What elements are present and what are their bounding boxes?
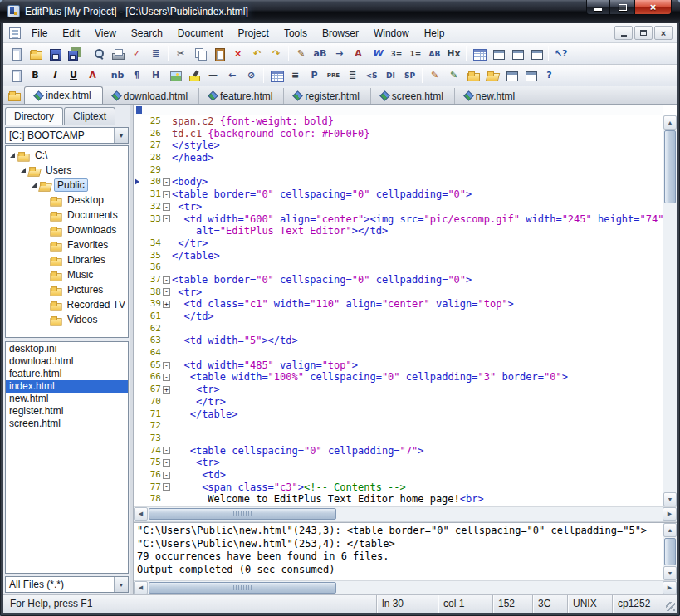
drive-combobox[interactable]: [C:] BOOTCAMP: [5, 127, 129, 144]
print-preview-button[interactable]: [89, 45, 108, 63]
strikethrough-tag-button[interactable]: <S: [362, 66, 381, 85]
fold-toggle-icon[interactable]: -: [161, 359, 172, 372]
menu-search[interactable]: Search: [124, 24, 170, 42]
underline-button[interactable]: U: [64, 66, 83, 85]
tab-download-html[interactable]: download.html: [103, 88, 199, 104]
edit-cliptext-button[interactable]: ✎: [425, 66, 444, 85]
file-item-download-html[interactable]: download.html: [6, 355, 128, 368]
print-button[interactable]: [108, 45, 127, 63]
highlight-button[interactable]: [184, 66, 203, 85]
special-character-button[interactable]: ⊘: [242, 66, 261, 85]
word-wrap-button[interactable]: W: [368, 45, 387, 63]
sidebar-tab-directory[interactable]: Directory: [5, 107, 63, 125]
show-ruler-button[interactable]: 1≡: [406, 45, 425, 63]
resize-grip[interactable]: [663, 595, 677, 613]
mdi-close-button[interactable]: ×: [654, 26, 673, 40]
save-button[interactable]: [45, 45, 64, 63]
undo-button[interactable]: ↶: [247, 45, 267, 63]
mdi-restore-button[interactable]: [634, 26, 653, 40]
tree-item-music[interactable]: Music: [6, 267, 128, 282]
tree-item-libraries[interactable]: Libraries: [6, 252, 128, 267]
tree-item-downloads[interactable]: Downloads: [6, 222, 128, 237]
code-editor[interactable]: 25span.c2 {font-weight: bold}26td.c1 {ba…: [134, 115, 663, 506]
non-breaking-space-button[interactable]: nb: [108, 66, 127, 85]
file-item-index-html[interactable]: index.html: [6, 380, 128, 393]
tab-new-html[interactable]: new.html: [455, 88, 526, 104]
chevron-down-icon[interactable]: [114, 577, 128, 592]
document-system-icon[interactable]: [9, 27, 21, 39]
tree-item-favorites[interactable]: Favorites: [6, 237, 128, 252]
expanded-arrow-icon[interactable]: [18, 168, 27, 173]
scroll-up-button[interactable]: [663, 115, 677, 130]
fold-toggle-icon[interactable]: -: [161, 371, 172, 384]
file-item-new-html[interactable]: new.html: [6, 393, 128, 405]
save-all-button[interactable]: [64, 45, 83, 63]
tab-register-html[interactable]: register.html: [284, 88, 370, 104]
tile-windows-button[interactable]: [521, 66, 540, 85]
horizontal-rule-button[interactable]: —: [203, 66, 223, 85]
cut-button[interactable]: ✂: [171, 45, 190, 63]
context-help-button[interactable]: ↖?: [551, 45, 570, 63]
close-button[interactable]: ×: [634, 0, 672, 15]
tree-item-desktop[interactable]: Desktop: [6, 193, 128, 208]
scroll-left-button[interactable]: [134, 581, 148, 594]
tab-feature-html[interactable]: feature.html: [199, 88, 284, 104]
copy-button[interactable]: [190, 45, 209, 63]
file-filter-combobox[interactable]: All Files (*.*): [5, 576, 129, 593]
fold-toggle-icon[interactable]: -: [161, 188, 172, 201]
view-in-browser-button[interactable]: [7, 66, 26, 85]
expanded-arrow-icon[interactable]: [7, 153, 17, 158]
font-button[interactable]: A: [349, 45, 368, 63]
tab-screen-html[interactable]: screen.html: [371, 88, 455, 104]
open-cliptext-button[interactable]: [463, 66, 482, 85]
split-window-button[interactable]: [501, 66, 521, 85]
scroll-thumb[interactable]: [149, 508, 336, 520]
chevron-down-icon[interactable]: [114, 128, 128, 143]
show-html-toolbar-button[interactable]: [469, 45, 488, 63]
fold-toggle-icon[interactable]: -: [161, 213, 172, 226]
sync-directory-button[interactable]: [482, 66, 501, 85]
sidebar-tab-cliptext[interactable]: Cliptext: [64, 107, 115, 125]
tree-item-pictures[interactable]: Pictures: [6, 282, 128, 297]
menu-help[interactable]: Help: [417, 24, 453, 42]
scroll-thumb[interactable]: [149, 582, 336, 594]
tree-item-c[interactable]: C:\: [6, 148, 128, 163]
output-window[interactable]: "C:\Users\Public\new.html"(243,3): <tabl…: [134, 522, 677, 580]
font-color-button[interactable]: A: [83, 66, 102, 85]
menu-edit[interactable]: Edit: [55, 24, 87, 42]
open-file-button[interactable]: [26, 45, 45, 63]
editor-horizontal-scrollbar[interactable]: [134, 506, 677, 521]
show-line-numbers-button[interactable]: 3≡: [387, 45, 406, 63]
fold-toggle-icon[interactable]: -: [161, 201, 172, 213]
align-center-button[interactable]: ≡: [286, 66, 305, 85]
insert-image-button[interactable]: [165, 66, 184, 85]
menu-window[interactable]: Window: [366, 24, 417, 42]
output-horizontal-scrollbar[interactable]: [134, 580, 677, 594]
scroll-right-button[interactable]: [663, 507, 677, 521]
file-item-register-html[interactable]: register.html: [6, 405, 128, 418]
full-screen-button[interactable]: [526, 45, 545, 63]
mdi-minimize-button[interactable]: [614, 26, 633, 40]
scroll-track[interactable]: [663, 130, 677, 492]
fold-toggle-icon[interactable]: -: [161, 274, 172, 286]
indent-button[interactable]: →: [330, 45, 349, 63]
fold-toggle-icon[interactable]: +: [161, 298, 172, 310]
insert-table-button[interactable]: [267, 66, 286, 85]
output-vertical-scrollbar[interactable]: [663, 523, 677, 580]
editor-vertical-scrollbar[interactable]: [663, 115, 677, 506]
fold-toggle-icon[interactable]: -: [161, 176, 172, 188]
fold-toggle-icon[interactable]: -: [161, 482, 172, 494]
redo-button[interactable]: ↷: [267, 45, 286, 63]
paragraph-tag-button[interactable]: P: [305, 66, 324, 85]
document-template-button[interactable]: ≣: [146, 45, 165, 63]
menu-document[interactable]: Document: [170, 24, 231, 42]
show-directory-window-button[interactable]: [488, 45, 507, 63]
delete-button[interactable]: ×: [228, 45, 247, 63]
title-bar[interactable]: EditPlus [My Project] - [C:\Users\Public…: [0, 0, 680, 23]
spell-check-button[interactable]: ✓: [127, 45, 146, 63]
scroll-track[interactable]: [663, 537, 677, 566]
tree-item-documents[interactable]: Documents: [6, 208, 128, 222]
paste-button[interactable]: [209, 45, 228, 63]
paragraph-button[interactable]: ¶: [127, 66, 146, 85]
scroll-track[interactable]: [148, 507, 663, 521]
